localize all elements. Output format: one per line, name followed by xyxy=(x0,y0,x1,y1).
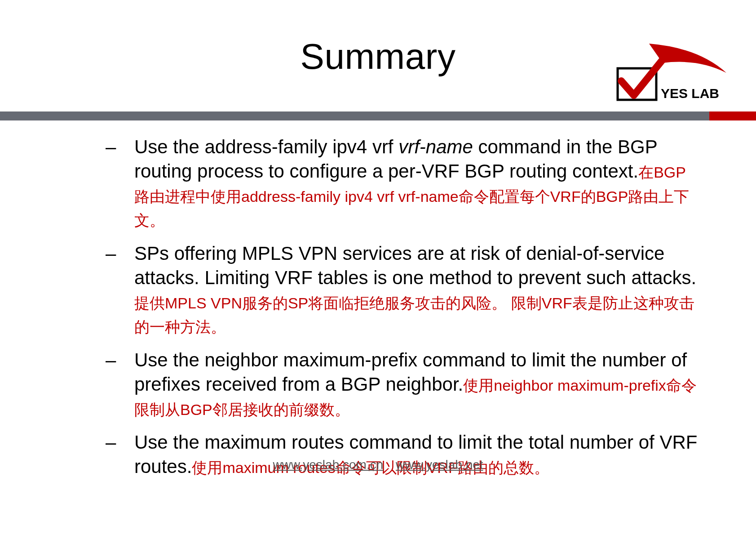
divider-bar xyxy=(0,111,756,120)
bullet-chinese: 提供MPLS VPN服务的SP将面临拒绝服务攻击的风险。 限制VRF表是防止这种… xyxy=(134,294,694,336)
footer-link-2[interactable]: www.yeslab.net xyxy=(396,458,483,472)
logo-text: YES LAB xyxy=(661,86,719,101)
slide: Summary YES LAB Use the address-family i… xyxy=(0,0,756,535)
bullet-english: Use the address-family ipv4 vrf vrf-name… xyxy=(134,136,657,182)
yeslab-logo: YES LAB xyxy=(609,41,730,104)
footer: www.yeslab.com.cn www.yeslab.net xyxy=(0,458,756,472)
bullet-item: Use the neighbor maximum-prefix command … xyxy=(106,348,698,420)
bullet-item: SPs offering MPLS VPN services are at ri… xyxy=(106,241,698,338)
footer-link-1[interactable]: www.yeslab.com.cn xyxy=(273,458,383,472)
bullet-english: SPs offering MPLS VPN services are at ri… xyxy=(134,243,696,288)
content-area: Use the address-family ipv4 vrf vrf-name… xyxy=(106,135,698,489)
bullet-item: Use the address-family ipv4 vrf vrf-name… xyxy=(106,135,698,232)
